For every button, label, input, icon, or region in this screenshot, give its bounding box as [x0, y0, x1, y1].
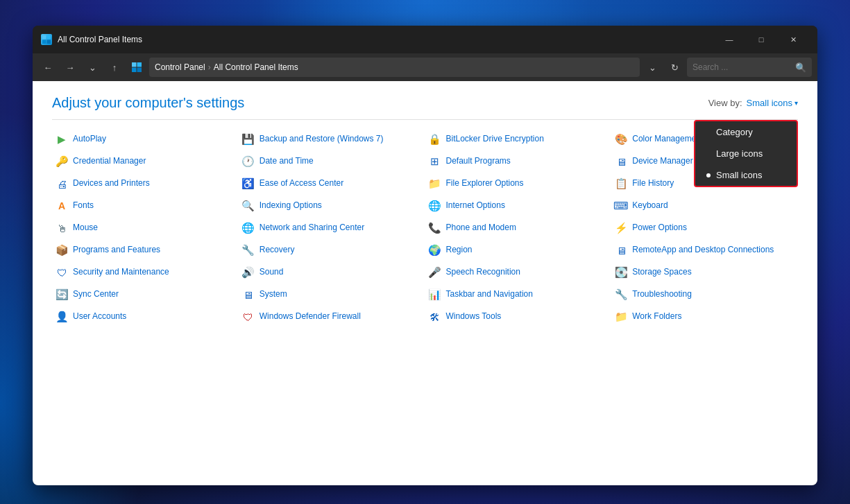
work-folders-icon: 📁: [614, 310, 628, 324]
indexing-icon: 🔍: [241, 199, 255, 213]
security-maintenance-icon: 🛡: [55, 266, 69, 279]
list-item[interactable]: ⊞ Default Programs: [425, 153, 612, 170]
svg-rect-3: [47, 40, 51, 44]
view-by-value-button[interactable]: Small icons ▾: [747, 98, 798, 108]
svg-rect-5: [137, 62, 142, 67]
list-item[interactable]: ⌨ Keyboard: [611, 198, 798, 214]
close-button[interactable]: ✕: [777, 28, 809, 51]
list-item[interactable]: ▶ AutoPlay: [52, 131, 239, 148]
credential-icon: 🔑: [55, 155, 69, 168]
storage-spaces-icon: 💽: [614, 266, 628, 279]
dropdown-large-icons-label: Large icons: [716, 148, 763, 159]
taskbar-label: Taskbar and Navigation: [446, 289, 533, 300]
power-options-label: Power Options: [632, 223, 687, 234]
list-item[interactable]: 🌐 Network and Sharing Center: [239, 220, 425, 236]
list-item[interactable]: A Fonts: [52, 198, 239, 214]
default-programs-icon: ⊞: [428, 155, 442, 168]
security-maintenance-label: Security and Maintenance: [73, 267, 169, 278]
up-button[interactable]: ↑: [105, 58, 124, 77]
region-icon: 🌍: [428, 243, 442, 257]
list-item[interactable]: 🕐 Date and Time: [239, 153, 425, 170]
list-item[interactable]: ⚡ Power Options: [611, 220, 798, 236]
remoteapp-label: RemoteApp and Desktop Connections: [632, 245, 774, 256]
view-by-current: Small icons: [747, 98, 792, 108]
list-item[interactable]: 📞 Phone and Modem: [425, 220, 612, 236]
date-time-label: Date and Time: [260, 156, 314, 167]
dropdown-item-small-icons[interactable]: Small icons: [695, 164, 797, 186]
mouse-icon: 🖱: [55, 221, 69, 235]
list-item[interactable]: 🌐 Internet Options: [425, 198, 612, 214]
system-icon: 🖥: [241, 288, 255, 302]
search-box[interactable]: 🔍: [687, 58, 812, 77]
maximize-button[interactable]: □: [745, 28, 777, 51]
user-accounts-icon: 👤: [55, 310, 69, 324]
list-item[interactable]: 🖱 Mouse: [52, 220, 239, 236]
programs-features-icon: 📦: [55, 243, 69, 257]
breadcrumb-all-items[interactable]: All Control Panel Items: [214, 62, 298, 72]
list-item[interactable]: 🛡 Windows Defender Firewall: [239, 309, 425, 325]
control-panel-grid: ▶ AutoPlay 💾 Backup and Restore (Windows…: [52, 131, 798, 325]
windows-tools-icon: 🛠: [428, 310, 442, 324]
back-button[interactable]: ←: [38, 58, 58, 77]
list-item[interactable]: 🔧 Recovery: [239, 242, 425, 259]
address-dropdown-button[interactable]: ⌄: [643, 58, 662, 77]
device-manager-icon: 🖥: [614, 155, 628, 168]
list-item[interactable]: 📊 Taskbar and Navigation: [425, 286, 612, 303]
list-item[interactable]: 📁 Work Folders: [611, 309, 798, 325]
remoteapp-icon: 🖥: [614, 243, 628, 257]
recent-locations-button[interactable]: ⌄: [83, 58, 102, 77]
view-dropdown-menu[interactable]: Category Large icons Small icons: [694, 120, 798, 187]
content-header: Adjust your computer's settings View by:…: [52, 95, 798, 120]
list-item[interactable]: 💾 Backup and Restore (Windows 7): [239, 131, 425, 148]
file-explorer-label: File Explorer Options: [446, 178, 524, 189]
address-bar[interactable]: Control Panel › All Control Panel Items: [149, 58, 640, 77]
view-by-container: View by: Small icons ▾: [708, 98, 798, 108]
list-item[interactable]: 📦 Programs and Features: [52, 242, 239, 259]
mouse-label: Mouse: [73, 223, 98, 234]
file-history-icon: 📋: [614, 177, 628, 191]
list-item[interactable]: 🖥 RemoteApp and Desktop Connections: [611, 242, 798, 259]
credential-label: Credential Manager: [73, 156, 146, 167]
svg-rect-6: [132, 68, 137, 73]
minimize-button[interactable]: —: [713, 28, 745, 51]
devices-printers-icon: 🖨: [55, 177, 69, 191]
list-item[interactable]: 🔄 Sync Center: [52, 286, 239, 303]
list-item[interactable]: 🔒 BitLocker Drive Encryption: [425, 131, 612, 148]
internet-options-icon: 🌐: [428, 199, 442, 213]
window-controls: — □ ✕: [713, 28, 809, 51]
windows-tools-label: Windows Tools: [446, 311, 502, 322]
list-item[interactable]: 👤 User Accounts: [52, 309, 239, 325]
file-explorer-icon: 📁: [428, 177, 442, 191]
svg-rect-1: [47, 35, 51, 40]
list-item[interactable]: 🛠 Windows Tools: [425, 309, 612, 325]
fonts-icon: A: [55, 199, 69, 213]
dropdown-item-category[interactable]: Category: [695, 121, 797, 143]
list-item[interactable]: 💽 Storage Spaces: [611, 264, 798, 281]
list-item[interactable]: 📁 File Explorer Options: [425, 175, 612, 192]
list-item[interactable]: 🔧 Troubleshooting: [611, 286, 798, 303]
list-item[interactable]: 🔑 Credential Manager: [52, 153, 239, 170]
list-item[interactable]: ♿ Ease of Access Center: [239, 175, 425, 192]
refresh-button[interactable]: ↻: [665, 58, 684, 77]
breadcrumb-separator-1: ›: [208, 62, 211, 72]
forward-button[interactable]: →: [60, 58, 80, 77]
backup-icon: 💾: [241, 132, 255, 146]
sound-label: Sound: [260, 267, 284, 278]
list-item[interactable]: 🖥 System: [239, 286, 425, 303]
sync-center-label: Sync Center: [73, 289, 119, 300]
list-item[interactable]: 🔊 Sound: [239, 264, 425, 281]
list-item[interactable]: 🔍 Indexing Options: [239, 198, 425, 214]
search-input[interactable]: [692, 62, 791, 72]
speech-recognition-icon: 🎤: [428, 266, 442, 279]
network-sharing-icon: 🌐: [241, 221, 255, 235]
breadcrumb-control-panel[interactable]: Control Panel: [155, 62, 205, 72]
dropdown-item-large-icons[interactable]: Large icons: [695, 143, 797, 164]
list-item[interactable]: 🛡 Security and Maintenance: [52, 264, 239, 281]
list-item[interactable]: 🎤 Speech Recognition: [425, 264, 612, 281]
list-item[interactable]: 🌍 Region: [425, 242, 612, 259]
autoplay-icon: ▶: [55, 132, 69, 146]
region-label: Region: [446, 245, 473, 256]
devices-printers-label: Devices and Printers: [73, 178, 150, 189]
color-mgmt-icon: 🎨: [614, 132, 628, 146]
list-item[interactable]: 🖨 Devices and Printers: [52, 175, 239, 192]
